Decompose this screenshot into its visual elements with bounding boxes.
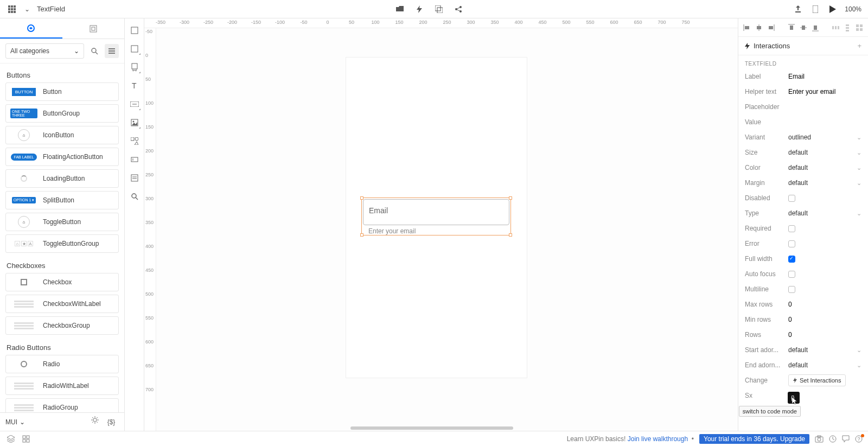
box-tool-icon[interactable] [127,40,142,58]
prop-value[interactable]: default [788,361,861,369]
folder-icon[interactable] [394,4,405,15]
help-icon[interactable]: ? [855,435,863,443]
prop-value[interactable] [788,73,861,80]
canvas-scrollbar[interactable] [350,426,513,430]
list-view-icon[interactable] [105,44,119,58]
component-item[interactable]: CheckboxWithLabel [5,295,119,313]
chevron-down-icon[interactable]: ⌄ [22,4,33,15]
prop-label: Start ador... [745,346,788,354]
category-filter[interactable]: All categories ⌄ [5,43,84,59]
component-item[interactable]: ⌂IconButton [5,126,119,144]
prop-row: ChangeSet Interactions [738,373,868,388]
prop-value[interactable]: default [788,179,861,187]
prop-value[interactable] [788,103,861,111]
bolt-icon[interactable] [414,4,425,15]
layers-icon[interactable] [433,4,444,15]
code-mode-button[interactable]: {} [788,392,800,404]
shapes-tool-icon[interactable] [127,132,142,150]
trial-banner[interactable]: Your trial ends in 36 days. Upgrade [699,434,809,444]
button-tool-icon[interactable] [127,95,142,113]
component-item[interactable]: RadioGroup [5,398,119,412]
align-right-icon[interactable] [767,24,775,31]
prop-value[interactable] [788,316,861,323]
prop-value[interactable]: default [788,149,861,156]
textfield-selection[interactable]: Email Enter your email [361,197,511,235]
zoom-level[interactable]: 100% [845,5,861,13]
component-list[interactable]: ButtonsBUTTONButtonONE TWO THREEButtonGr… [0,63,124,412]
prop-value[interactable]: default [788,209,861,217]
component-item[interactable]: BUTTONButton [5,82,119,101]
form-tool-icon[interactable] [127,169,142,187]
align-center-h-icon[interactable] [755,24,763,31]
align-center-v-icon[interactable] [799,24,808,31]
component-item[interactable]: FAB LABELFloatingActionButton [5,148,119,166]
prop-value[interactable] [788,88,861,95]
svg-line-84 [833,439,834,440]
distribute-v-icon[interactable] [843,24,852,31]
libraries-tab[interactable] [0,18,62,39]
prop-value[interactable] [788,240,861,247]
chat-icon[interactable] [842,435,850,443]
share-icon[interactable] [453,4,464,15]
badge-tool-icon[interactable] [127,59,142,76]
library-dropdown[interactable]: MUI ⌄ [5,418,25,426]
prop-value[interactable] [788,271,861,278]
svg-rect-6 [8,11,10,13]
prop-value[interactable] [788,225,861,232]
prop-value[interactable]: default [788,346,861,354]
search-tool-icon[interactable] [127,188,142,205]
align-top-icon[interactable] [787,24,796,31]
distribute-h-icon[interactable] [831,24,840,31]
component-item[interactable]: Checkbox [5,273,119,291]
prop-label: Min rows [745,316,788,323]
add-interaction-button[interactable]: + [857,42,861,50]
play-icon[interactable] [827,4,838,15]
component-item[interactable]: RadioWithLabel [5,377,119,395]
prop-value[interactable] [788,118,861,126]
component-item[interactable]: CheckboxGroup [5,316,119,335]
svg-rect-57 [769,26,773,29]
tidy-icon[interactable] [855,24,864,31]
properties-list[interactable]: LabelHelper textPlaceholderValueVarianto… [738,69,868,431]
apps-menu-icon[interactable] [7,4,17,15]
component-item[interactable]: ⌂★AToggleButtonGroup [5,234,119,253]
prop-label: Label [745,73,788,80]
align-left-icon[interactable] [743,24,751,31]
component-item[interactable]: OPTION 1 ▾SplitButton [5,191,119,209]
variables-icon[interactable]: {$} [104,415,119,430]
grid-bottom-icon[interactable] [21,434,31,444]
component-item[interactable]: ONE TWO THREEButtonGroup [5,104,119,123]
prop-value[interactable] [788,195,861,202]
component-thumb [10,173,37,184]
component-item[interactable]: Radio [5,355,119,373]
clock-icon[interactable] [829,435,837,443]
align-bottom-icon[interactable] [811,24,820,31]
prop-value[interactable] [788,331,861,339]
svg-rect-77 [23,439,25,442]
camera-icon[interactable] [815,435,824,443]
select-tool-icon[interactable] [127,22,142,39]
text-tool-icon[interactable]: T [127,77,142,94]
image-tool-icon[interactable] [127,114,142,131]
search-icon[interactable] [87,44,101,58]
prop-value[interactable] [788,256,861,263]
canvas[interactable]: -350-300-250-200-150-100-500501001502002… [144,18,738,431]
device-icon[interactable] [810,4,821,15]
layers-bottom-icon[interactable] [5,434,16,444]
component-name: RadioGroup [43,404,78,411]
input-tool-icon[interactable] [127,151,142,168]
component-name: ToggleButton [43,218,81,226]
svg-rect-35 [131,27,138,34]
layers-tab[interactable] [62,18,125,39]
component-item[interactable]: LoadingButton [5,169,119,188]
upload-icon[interactable] [793,4,803,15]
component-item[interactable]: ⌂ToggleButton [5,213,119,231]
prop-value[interactable]: default [788,164,861,171]
prop-value[interactable]: outlined [788,133,861,141]
walkthrough-link[interactable]: Join live walkthrough [628,435,688,443]
set-interactions-button[interactable]: Set Interactions [788,374,846,386]
prop-value[interactable] [788,286,861,293]
prop-value[interactable]: Set Interactions [788,374,861,386]
prop-value[interactable] [788,301,861,308]
gear-icon[interactable] [90,415,100,425]
